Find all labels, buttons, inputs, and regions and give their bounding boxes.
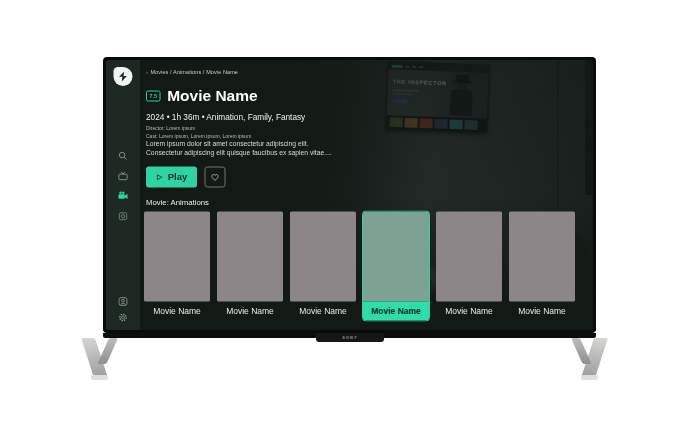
movie-card-selected[interactable]: Movie Name [363, 212, 429, 321]
breadcrumb-chevron-icon: › [146, 69, 148, 75]
tv-brand-plate: SONY [316, 333, 384, 342]
rating-badge: 7.5 [146, 91, 161, 102]
row-section-label: Movie: Animations [146, 198, 209, 207]
movie-poster [217, 212, 283, 302]
movie-card[interactable]: Movie Name [217, 212, 283, 321]
logo-bolt-icon [118, 71, 129, 82]
tv-icon[interactable] [118, 171, 129, 182]
description: Lorem ipsum dolor sit amet consectetur a… [146, 140, 332, 158]
sidebar-nav [118, 151, 129, 222]
heart-icon [210, 172, 220, 182]
app-logo[interactable] [114, 67, 133, 86]
tv-leg-left-support [97, 338, 118, 364]
settings-gear-icon[interactable] [118, 312, 129, 323]
page-title: Movie Name [167, 87, 257, 105]
camera-icon[interactable] [118, 211, 129, 222]
cast-line: Cast: Lorem ipsum, Lorem ipsum, Lorem ip… [146, 133, 251, 139]
tv-mockup: THE INSPECTOR [103, 57, 596, 333]
movie-poster [509, 212, 575, 302]
movie-card-label: Movie Name [509, 302, 575, 321]
movie-poster [436, 212, 502, 302]
tv-screen: THE INSPECTOR [106, 60, 593, 330]
breadcrumb[interactable]: ›Movies / Animations / Movie Name [146, 69, 238, 75]
profile-icon[interactable] [118, 296, 129, 307]
movie-card[interactable]: Movie Name [436, 212, 502, 321]
movie-poster [363, 212, 429, 302]
tv-brand: SONY [342, 336, 357, 340]
sidebar-bottom [118, 296, 129, 323]
director-line: Director: Lorem ipsum [146, 126, 195, 132]
movies-camcorder-icon[interactable] [118, 191, 129, 202]
movie-card[interactable]: Movie Name [509, 212, 575, 321]
meta-line: 2024 • 1h 36m • Animation, Family, Fanta… [146, 112, 305, 122]
favorite-button[interactable] [205, 167, 226, 188]
movie-cards-row: Movie Name Movie Name Movie Name Mo [144, 212, 575, 321]
movie-card-label: Movie Name [217, 302, 283, 321]
description-line: Lorem ipsum dolor sit amet consectetur a… [146, 140, 332, 149]
movie-card-label: Movie Name [436, 302, 502, 321]
play-icon [156, 173, 164, 181]
play-button[interactable]: Play [146, 167, 197, 188]
movie-card[interactable]: Movie Name [144, 212, 210, 321]
description-line: Consectetur adipiscing elit quisque fauc… [146, 148, 332, 157]
sidebar [106, 60, 140, 330]
movie-card-label: Movie Name [144, 302, 210, 321]
search-icon[interactable] [118, 151, 129, 162]
title-row: 7.5 Movie Name [146, 87, 258, 105]
tv-leg-right-pad [581, 375, 599, 380]
movie-card-label: Movie Name [363, 302, 429, 321]
play-button-label: Play [168, 172, 188, 183]
breadcrumb-path: Movies / Animations / Movie Name [150, 69, 238, 75]
movie-card[interactable]: Movie Name [290, 212, 356, 321]
action-buttons: Play [146, 167, 226, 188]
tv-bezel: THE INSPECTOR [103, 57, 596, 333]
movie-card-label: Movie Name [290, 302, 356, 321]
tv-leg-left-pad [91, 375, 109, 380]
movie-poster [290, 212, 356, 302]
main-content: ›Movies / Animations / Movie Name 7.5 Mo… [106, 60, 593, 330]
movie-poster [144, 212, 210, 302]
